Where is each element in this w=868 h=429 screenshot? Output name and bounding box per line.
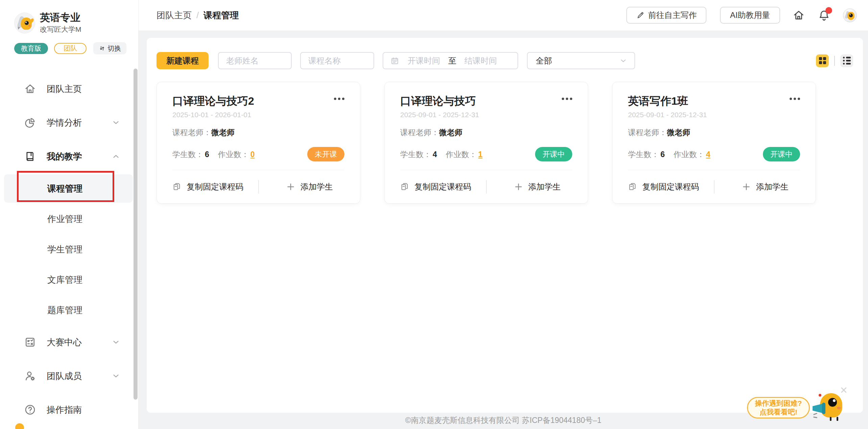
breadcrumb-team-home[interactable]: 团队主页 bbox=[156, 9, 192, 21]
sidebar-item-team-home[interactable]: 团队主页 bbox=[0, 72, 138, 106]
team-title: 英语专业 bbox=[40, 11, 81, 24]
course-date-range: 2025-09-01 - 2025-12-31 bbox=[400, 110, 572, 119]
homework-label: 作业数： bbox=[218, 149, 249, 159]
switch-team-button[interactable]: 切换 bbox=[93, 42, 126, 54]
book-icon bbox=[23, 149, 37, 163]
grid-view-icon bbox=[819, 57, 826, 64]
course-date-range: 2025-09-01 - 2025-12-31 bbox=[628, 110, 800, 119]
status-badge: 开课中 bbox=[535, 147, 572, 161]
course-card-grid: 口译理论与技巧2 2025-10-01 - 2026-01-01 课程老师：微老… bbox=[156, 82, 853, 204]
students-label: 学生数： bbox=[400, 149, 431, 159]
course-card[interactable]: 英语写作1班 2025-09-01 - 2025-12-31 课程老师：微老师 … bbox=[612, 82, 816, 204]
new-course-button[interactable]: 新建课程 bbox=[156, 52, 209, 69]
edition-badge: 教育版 bbox=[14, 43, 48, 54]
course-card[interactable]: 口译理论与技巧 2025-09-01 - 2025-12-31 课程老师：微老师… bbox=[384, 82, 588, 204]
plus-icon bbox=[741, 182, 751, 192]
course-title: 口译理论与技巧 bbox=[400, 94, 572, 108]
homework-count-link[interactable]: 0 bbox=[250, 149, 255, 159]
home-icon bbox=[23, 82, 37, 96]
copy-icon bbox=[172, 182, 182, 192]
sidebar-item-my-teaching[interactable]: 我的教学 bbox=[0, 140, 138, 173]
students-label: 学生数： bbox=[172, 149, 203, 159]
sidebar-item-team-members[interactable]: 团队成员 bbox=[0, 359, 138, 393]
copy-course-code-button[interactable]: 复制固定课程码 bbox=[385, 181, 486, 192]
course-title: 英语写作1班 bbox=[628, 94, 800, 108]
plus-icon bbox=[513, 182, 524, 192]
sidebar-scrollbar-thumb[interactable] bbox=[134, 69, 138, 400]
sidebar-item-library-management[interactable]: 文库管理 bbox=[0, 264, 138, 295]
teacher-label: 课程老师： bbox=[400, 128, 439, 137]
course-card[interactable]: 口译理论与技巧2 2025-10-01 - 2026-01-01 课程老师：微老… bbox=[156, 82, 360, 204]
sidebar-item-contest-center[interactable]: 大赛中心 bbox=[0, 325, 138, 359]
pencil-icon bbox=[636, 11, 645, 20]
sidebar-item-user-guide[interactable]: 操作指南 bbox=[0, 393, 138, 427]
students-count: 4 bbox=[433, 149, 437, 159]
ai-usage-button[interactable]: AI助教用量 bbox=[720, 7, 780, 24]
list-view-icon bbox=[843, 57, 851, 65]
notification-dot bbox=[825, 7, 832, 14]
breadcrumb: 团队主页 / 课程管理 bbox=[156, 9, 239, 21]
date-range-picker[interactable]: 开课时间 至 结课时间 bbox=[383, 52, 518, 69]
homework-label: 作业数： bbox=[446, 149, 477, 159]
teacher-name: 微老师 bbox=[439, 128, 462, 137]
ellipsis-icon[interactable] bbox=[334, 98, 344, 100]
add-student-button[interactable]: 添加学生 bbox=[714, 181, 816, 192]
students-label: 学生数： bbox=[628, 149, 659, 159]
course-toolbar: 新建课程 开课时间 至 结课时间 全部 bbox=[156, 52, 853, 69]
brand-block: 英语专业 改写匠大学M bbox=[14, 11, 138, 34]
sidebar-nav: 团队主页 学情分析 我的教学 bbox=[0, 72, 138, 427]
toggle-divider bbox=[834, 56, 835, 66]
ellipsis-icon[interactable] bbox=[790, 98, 800, 100]
go-writing-button[interactable]: 前往自主写作 bbox=[626, 7, 706, 24]
course-management-panel: 新建课程 开课时间 至 结课时间 全部 bbox=[147, 38, 863, 413]
course-title: 口译理论与技巧2 bbox=[172, 94, 344, 108]
sidebar-item-course-management[interactable]: 课程管理 bbox=[0, 173, 138, 204]
mascot-helper[interactable] bbox=[813, 392, 846, 421]
sidebar-item-learning-analysis[interactable]: 学情分析 bbox=[0, 106, 138, 140]
ellipsis-icon[interactable] bbox=[562, 98, 572, 100]
copy-course-code-button[interactable]: 复制固定课程码 bbox=[157, 181, 259, 192]
sidebar-item-homework-management[interactable]: 作业管理 bbox=[0, 204, 138, 234]
students-count: 6 bbox=[660, 149, 665, 159]
teacher-name: 微老师 bbox=[667, 128, 690, 137]
plus-icon bbox=[286, 182, 296, 192]
main-area: 团队主页 / 课程管理 前往自主写作 AI助教用量 bbox=[139, 0, 868, 429]
sidebar-item-question-bank-management[interactable]: 题库管理 bbox=[0, 295, 138, 325]
status-filter-select[interactable]: 全部 bbox=[527, 52, 635, 69]
start-date-placeholder: 开课时间 bbox=[408, 55, 440, 66]
course-name-input[interactable] bbox=[300, 52, 374, 69]
app-window: 英语专业 改写匠大学M 教育版 团队 切换 团队主页 bbox=[0, 0, 868, 429]
sidebar: 英语专业 改写匠大学M 教育版 团队 切换 团队主页 bbox=[0, 0, 139, 429]
breadcrumb-separator: / bbox=[196, 10, 199, 21]
members-icon bbox=[23, 369, 37, 383]
chevron-up-icon bbox=[111, 152, 121, 161]
add-student-button[interactable]: 添加学生 bbox=[259, 181, 360, 192]
chevron-down-icon bbox=[619, 56, 628, 65]
status-badge: 未开课 bbox=[307, 147, 344, 161]
breadcrumb-current: 课程管理 bbox=[203, 9, 239, 21]
home-icon bbox=[792, 9, 805, 22]
add-student-button[interactable]: 添加学生 bbox=[486, 181, 588, 192]
grid-view-toggle[interactable] bbox=[816, 54, 829, 67]
course-date-range: 2025-10-01 - 2026-01-01 bbox=[172, 110, 344, 119]
copy-icon bbox=[627, 182, 637, 192]
copy-icon bbox=[400, 182, 410, 192]
chevron-down-icon bbox=[111, 118, 121, 127]
status-badge: 开课中 bbox=[763, 147, 800, 161]
teacher-label: 课程老师： bbox=[172, 128, 211, 137]
copy-course-code-button[interactable]: 复制固定课程码 bbox=[612, 181, 714, 192]
students-count: 6 bbox=[205, 149, 209, 159]
notifications-button[interactable] bbox=[817, 8, 831, 22]
teacher-name: 微老师 bbox=[211, 128, 235, 137]
homework-count-link[interactable]: 4 bbox=[706, 149, 710, 159]
teacher-name-input[interactable] bbox=[218, 52, 292, 69]
brand-logo bbox=[14, 12, 35, 33]
homework-label: 作业数： bbox=[674, 149, 705, 159]
home-button[interactable] bbox=[792, 8, 805, 22]
sidebar-item-student-management[interactable]: 学生管理 bbox=[0, 234, 138, 264]
help-bubble-button[interactable]: 操作遇到困难? 点我看看吧! bbox=[747, 397, 810, 419]
user-avatar[interactable] bbox=[843, 8, 857, 22]
list-view-toggle[interactable] bbox=[840, 54, 853, 67]
homework-count-link[interactable]: 1 bbox=[478, 149, 483, 159]
top-bar: 团队主页 / 课程管理 前往自主写作 AI助教用量 bbox=[139, 0, 868, 30]
